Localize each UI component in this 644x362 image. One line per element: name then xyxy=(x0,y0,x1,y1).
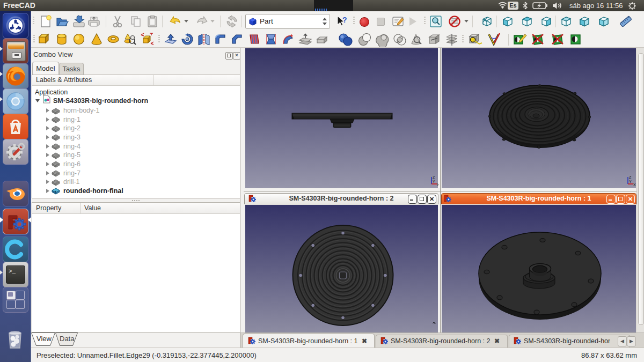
svg-text:X: X xyxy=(633,183,636,187)
svg-text:Z: Z xyxy=(629,175,632,179)
svg-text:Y: Y xyxy=(433,180,435,183)
svg-text:?: ? xyxy=(342,16,347,24)
svg-text:Y: Y xyxy=(629,180,632,183)
svg-text:Z: Z xyxy=(433,175,435,179)
svg-text:X: X xyxy=(437,183,438,187)
